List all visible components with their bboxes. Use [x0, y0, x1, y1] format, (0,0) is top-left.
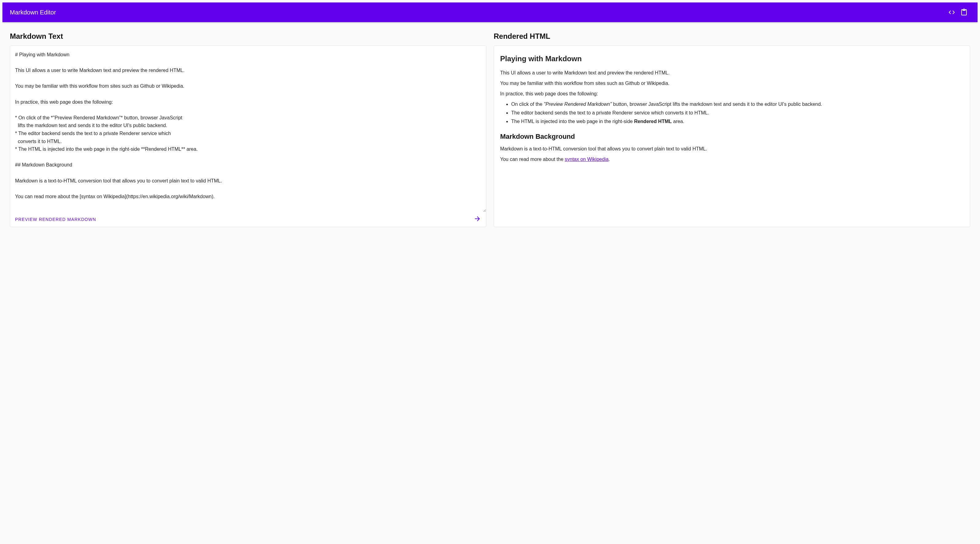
list-item: The editor backend sends the text to a p…: [511, 109, 964, 116]
markdown-textarea[interactable]: [10, 46, 486, 212]
rendered-p: You can read more about the syntax on Wi…: [500, 156, 964, 163]
rendered-html-heading: Rendered HTML: [494, 32, 970, 41]
arrow-right-icon[interactable]: [474, 215, 481, 224]
wikipedia-link[interactable]: syntax on Wikipedia: [565, 156, 608, 162]
editor-card-actions: Preview Rendered Markdown: [10, 212, 486, 227]
app-bar: Markdown Editor: [2, 2, 978, 22]
main-content: Markdown Text Preview Rendered Markdown …: [0, 25, 980, 235]
left-column: Markdown Text Preview Rendered Markdown: [10, 32, 486, 227]
rendered-list: On click of the "Preview Rendered Markdo…: [511, 101, 964, 125]
list-item: The HTML is injected into the web page i…: [511, 118, 964, 125]
list-item: On click of the "Preview Rendered Markdo…: [511, 101, 964, 108]
editor-card: Preview Rendered Markdown: [10, 46, 486, 227]
preview-rendered-markdown-button[interactable]: Preview Rendered Markdown: [15, 214, 96, 224]
rendered-p: In practice, this web page does the foll…: [500, 90, 964, 97]
rendered-h1: Playing with Markdown: [500, 53, 964, 64]
app-title: Markdown Editor: [10, 9, 946, 16]
rendered-card: Playing with Markdown This UI allows a u…: [494, 46, 970, 227]
markdown-text-heading: Markdown Text: [10, 32, 486, 41]
code-icon[interactable]: [946, 6, 958, 18]
rendered-h2: Markdown Background: [500, 131, 964, 142]
rendered-p: You may be familiar with this workflow f…: [500, 80, 964, 87]
right-column: Rendered HTML Playing with Markdown This…: [494, 32, 970, 227]
rendered-p: Markdown is a text-to-HTML conversion to…: [500, 145, 964, 153]
clipboard-icon[interactable]: [958, 6, 970, 18]
rendered-output: Playing with Markdown This UI allows a u…: [494, 46, 970, 171]
rendered-p: This UI allows a user to write Markdown …: [500, 69, 964, 77]
